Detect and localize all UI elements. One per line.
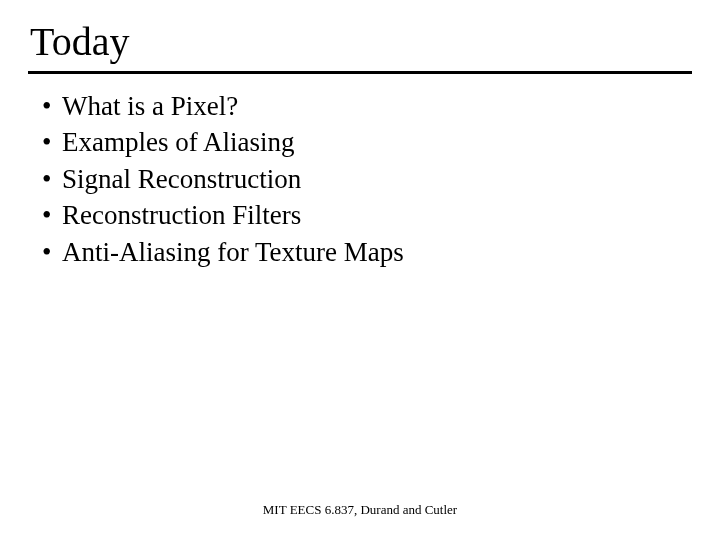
bullet-icon: • [38,234,62,270]
bullet-icon: • [38,161,62,197]
list-item: • Reconstruction Filters [38,197,692,233]
bullet-icon: • [38,124,62,160]
list-item: • What is a Pixel? [38,88,692,124]
slide-title: Today [28,18,692,65]
bullet-icon: • [38,197,62,233]
bullet-text: Anti-Aliasing for Texture Maps [62,234,404,270]
title-underline [28,71,692,74]
list-item: • Examples of Aliasing [38,124,692,160]
slide-footer: MIT EECS 6.837, Durand and Cutler [0,502,720,518]
bullet-text: What is a Pixel? [62,88,238,124]
list-item: • Signal Reconstruction [38,161,692,197]
bullet-list: • What is a Pixel? • Examples of Aliasin… [28,88,692,270]
slide: Today • What is a Pixel? • Examples of A… [0,0,720,540]
bullet-icon: • [38,88,62,124]
bullet-text: Reconstruction Filters [62,197,301,233]
list-item: • Anti-Aliasing for Texture Maps [38,234,692,270]
bullet-text: Examples of Aliasing [62,124,294,160]
bullet-text: Signal Reconstruction [62,161,301,197]
